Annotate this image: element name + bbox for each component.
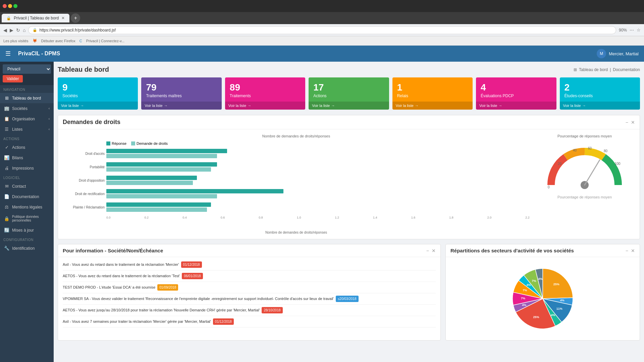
pie-label-4: 25%	[533, 315, 539, 319]
bar-group	[106, 162, 530, 172]
minimize-icon[interactable]: −	[626, 120, 628, 125]
privacil-bookmark[interactable]: Privacil | Connectez-v...	[86, 39, 125, 43]
tab-icon: 🔒	[6, 16, 11, 20]
sidebar-item-listes[interactable]: ☰ Listes ‹	[0, 124, 54, 134]
bar-row: Droit d'opposition	[106, 176, 530, 185]
close-icon-pie[interactable]: ✕	[631, 248, 635, 253]
sidebar-item-mentions[interactable]: ⚖ Mentions légales	[0, 202, 54, 212]
lock-icon: 🔒	[33, 28, 37, 32]
user-menu[interactable]: M Mercier, Martial	[597, 49, 639, 58]
extensions-icon[interactable]: ⋯	[630, 27, 634, 33]
sidebar-item-label: Politique données personnelles	[12, 215, 50, 222]
stat-label: Évaluations PDCP	[481, 94, 551, 98]
gauge-svg: 0 20 40 60 80 100	[544, 141, 625, 195]
browser-tabs: 🔒 Privacil | Tableau de bord ✕ +	[0, 12, 644, 24]
firefox-bookmark[interactable]: Débuter avec Firefox	[41, 39, 75, 43]
stat-card-1[interactable]: 79 Traitements maîtres Voir la liste →	[141, 77, 221, 110]
pie-body: 25%4%11%4%25%4%7%7%4%7%4%	[446, 257, 640, 340]
arrow-right-icon: →	[248, 104, 251, 108]
sidebar-item-actions[interactable]: ✓ Actions	[0, 142, 54, 153]
stat-card-5[interactable]: 4 Évaluations PDCP Voir la liste →	[476, 77, 556, 110]
breadcrumb-sep: |	[610, 67, 611, 72]
bar-group	[106, 189, 530, 198]
bar-reponse	[106, 202, 211, 207]
forward-button[interactable]: ▶	[10, 27, 13, 33]
sidebar-item-contact[interactable]: ✉ Contact	[0, 181, 54, 191]
see-list-link[interactable]: Voir la liste →	[560, 102, 640, 110]
stat-card-0[interactable]: 9 Sociétés Voir la liste →	[58, 77, 138, 110]
new-tab-button[interactable]: +	[71, 13, 80, 23]
bar-demande	[106, 167, 211, 172]
company-dropdown[interactable]: Privacil	[3, 64, 51, 74]
sidebar-item-documentation[interactable]: 📄 Documentation	[0, 191, 54, 202]
stat-card-4[interactable]: 1 Relais Voir la liste →	[392, 77, 473, 110]
bar-group	[106, 176, 530, 185]
sidebar-item-impressions[interactable]: 🖨 Impressions	[0, 163, 54, 173]
date-badge: 28/10/2018	[262, 307, 282, 313]
bookmark-icon[interactable]: ☆	[637, 27, 641, 33]
chart-legend: Réponse Demande de droits	[63, 141, 530, 145]
bar-reponse	[106, 176, 197, 180]
app-header: ☰ PrivaCIL - DPMS M Mercier, Martial	[0, 46, 644, 62]
bar-group	[106, 202, 530, 212]
hamburger-icon[interactable]: ☰	[5, 50, 11, 57]
bar-chart: Droit d'accèsPortabilitéDroit d'oppositi…	[63, 149, 530, 229]
legend-color-demande	[131, 141, 135, 145]
active-tab[interactable]: 🔒 Privacil | Tableau de bord ✕	[2, 14, 69, 22]
bar-reponse	[106, 149, 227, 153]
arrow-right-icon: →	[164, 104, 168, 108]
minimize-icon-info[interactable]: −	[426, 248, 429, 253]
config-section-label: Configuration	[0, 235, 54, 243]
stat-card-3[interactable]: 17 Actions Voir la liste →	[309, 77, 389, 110]
validate-button[interactable]: Valider	[3, 75, 23, 82]
sidebar-item-label: Listes	[12, 127, 22, 132]
date-badge: 01/12/2018	[213, 318, 234, 325]
svg-text:80: 80	[604, 149, 608, 153]
sidebar-item-label: Mises à jour	[12, 228, 34, 233]
stat-card-2[interactable]: 89 Traitements Voir la liste →	[225, 77, 305, 110]
url-bar[interactable]: 🔒 https://www.privacil.fr/private/dashbo…	[28, 26, 616, 34]
sidebar-item-label: Bilans	[12, 156, 23, 160]
back-button[interactable]: ◀	[3, 27, 7, 33]
info-item-text: Axil - Vous avez 7 semaines pour traiter…	[63, 319, 211, 323]
chevron-icon: ‹	[49, 117, 50, 121]
stat-card-6[interactable]: 2 Études-conseils Voir la liste →	[560, 77, 640, 110]
see-list-link[interactable]: Voir la liste →	[225, 102, 305, 110]
close-icon-info[interactable]: ✕	[432, 248, 436, 253]
see-list-link[interactable]: Voir la liste →	[392, 102, 473, 110]
stat-label: Relais	[397, 94, 468, 98]
see-list-link[interactable]: Voir la liste →	[309, 102, 389, 110]
bar-label: Droit d'opposition	[63, 179, 105, 182]
breadcrumb-doc[interactable]: Documentation	[613, 67, 640, 72]
tab-close-icon[interactable]: ✕	[61, 16, 65, 20]
reload-button[interactable]: ↻	[16, 27, 20, 33]
see-list-link[interactable]: Voir la liste →	[476, 102, 556, 110]
contact-icon: ✉	[4, 184, 9, 189]
most-visited-label[interactable]: Les plus visités	[3, 39, 29, 43]
close-icon[interactable]: ✕	[631, 120, 635, 125]
sidebar-item-mises-a-jour[interactable]: 🔄 Mises à jour	[0, 225, 54, 235]
breadcrumb-icon: ⊞	[574, 67, 577, 72]
see-list-link[interactable]: Voir la liste →	[58, 102, 138, 110]
see-list-link[interactable]: Voir la liste →	[141, 102, 221, 110]
sidebar-item-label: Impressions	[12, 166, 34, 171]
sidebar-item-label: Identification	[12, 246, 35, 251]
stat-number: 17	[313, 82, 384, 93]
sidebar-item-societes[interactable]: 🏢 Sociétés ‹	[0, 103, 54, 114]
bar-demande	[106, 154, 217, 158]
pie-svg: 25%4%11%4%25%4%7%7%4%7%4%	[496, 262, 590, 336]
tab-title: Privacil | Tableau de bord	[14, 16, 59, 20]
info-body: Axil - Vous avez du retard dans le trait…	[58, 257, 440, 329]
minimize-icon-pie[interactable]: −	[626, 248, 628, 253]
breadcrumb-current[interactable]: Tableau de bord	[579, 67, 608, 72]
bar-demande	[106, 207, 207, 212]
home-button[interactable]: ⌂	[23, 27, 25, 33]
info-item: Axil - Vous avez 7 semaines pour traiter…	[63, 316, 436, 327]
sidebar-item-politique[interactable]: 🔒 Politique données personnelles	[0, 212, 54, 225]
sidebar-item-bilans[interactable]: 📊 Bilans	[0, 153, 54, 163]
sidebar-item-identification[interactable]: 🔧 Identification	[0, 243, 54, 253]
sidebar-item-tableau-de-bord[interactable]: ⊞ Tableau de bord	[0, 93, 54, 103]
date-badge: 01/09/2018	[157, 284, 178, 291]
sidebar-item-organisation[interactable]: 📋 Organisation ‹	[0, 114, 54, 124]
arrow-right-icon: →	[582, 104, 586, 108]
